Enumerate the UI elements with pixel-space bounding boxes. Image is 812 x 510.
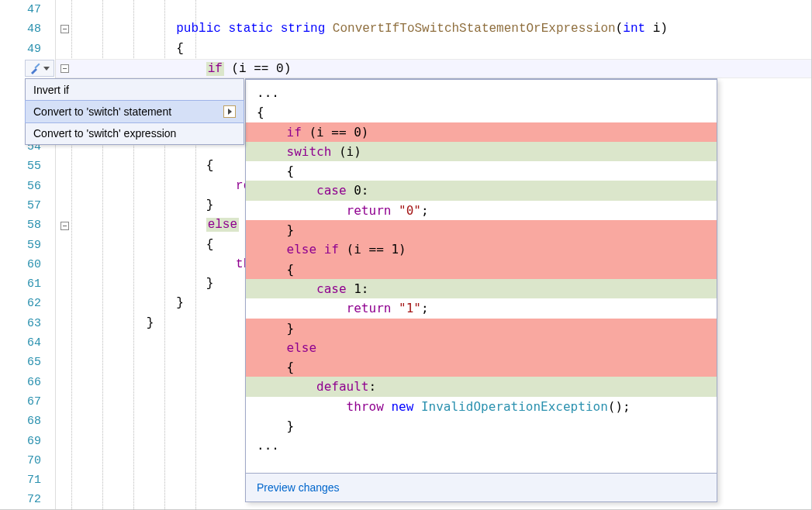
line-number: 72 [0, 490, 55, 509]
quick-actions-menu: Invert ifConvert to 'switch' statementCo… [25, 78, 244, 145]
line-number: 59 [0, 236, 55, 255]
line-number: 60 [0, 255, 55, 274]
diff-line: } [246, 319, 717, 338]
screwdriver-icon [29, 62, 42, 74]
code-editor[interactable]: 4748495051525354555657585960616263646566… [0, 0, 811, 509]
line-number: 58 [0, 215, 55, 235]
line-number: 55 [0, 157, 55, 176]
submenu-arrow-icon [223, 105, 236, 118]
line-number: 49 [0, 40, 55, 59]
diff-line: ... [246, 436, 717, 455]
preview-panel: ...{ if (i == 0) switch (i) { case 0: re… [245, 78, 717, 502]
diff-line: } [246, 220, 717, 239]
menu-item[interactable]: Invert if [26, 79, 244, 101]
code-line[interactable]: public static string ConvertIfToSwitchSt… [56, 19, 811, 39]
diff-line: { [246, 102, 717, 122]
diff-line: default: [246, 377, 717, 396]
diff-line: case 0: [246, 181, 717, 200]
quick-action-button[interactable] [25, 60, 54, 77]
menu-item-label: Invert if [33, 84, 69, 96]
line-number: 56 [0, 177, 55, 196]
line-number: 57 [0, 196, 55, 215]
preview-diff-body: ...{ if (i == 0) switch (i) { case 0: re… [246, 80, 717, 473]
diff-line: case 1: [246, 279, 717, 298]
diff-line: } [246, 416, 717, 436]
fold-marker[interactable] [60, 25, 69, 33]
line-number: 66 [0, 373, 55, 392]
fold-marker[interactable] [60, 222, 69, 230]
line-number: 68 [0, 412, 55, 431]
diff-line: return "0"; [246, 201, 717, 220]
menu-item[interactable]: Convert to 'switch' statement [25, 100, 244, 123]
diff-line: else if (i == 1) [246, 239, 717, 259]
line-number: 63 [0, 314, 55, 333]
chevron-down-icon [43, 67, 50, 71]
diff-line: { [246, 260, 717, 279]
line-number: 48 [0, 19, 55, 39]
svg-rect-0 [34, 63, 40, 68]
diff-line: switch (i) [246, 142, 717, 161]
line-number: 70 [0, 451, 55, 470]
line-number: 67 [0, 392, 55, 412]
line-number: 62 [0, 294, 55, 313]
line-number: 47 [0, 0, 55, 19]
line-number: 61 [0, 274, 55, 294]
diff-line: throw new InvalidOperationException(); [246, 397, 717, 416]
menu-item[interactable]: Convert to 'switch' expression [26, 122, 244, 144]
code-line[interactable]: if (i == 0) [56, 59, 811, 78]
menu-item-label: Convert to 'switch' statement [33, 105, 171, 118]
diff-line: return "1"; [246, 298, 717, 318]
menu-item-label: Convert to 'switch' expression [33, 127, 176, 140]
preview-changes-link[interactable]: Preview changes [246, 473, 717, 501]
diff-line: if (i == 0) [246, 122, 717, 142]
diff-line: { [246, 357, 717, 377]
line-number: 64 [0, 333, 55, 353]
line-number: 65 [0, 353, 55, 372]
diff-line: else [246, 338, 717, 357]
fold-marker[interactable] [60, 64, 69, 73]
line-number: 69 [0, 432, 55, 451]
code-line[interactable]: { [56, 40, 811, 59]
line-number: 71 [0, 470, 55, 490]
diff-line: { [246, 161, 717, 181]
code-line[interactable] [56, 0, 811, 19]
diff-line: ... [246, 83, 717, 102]
